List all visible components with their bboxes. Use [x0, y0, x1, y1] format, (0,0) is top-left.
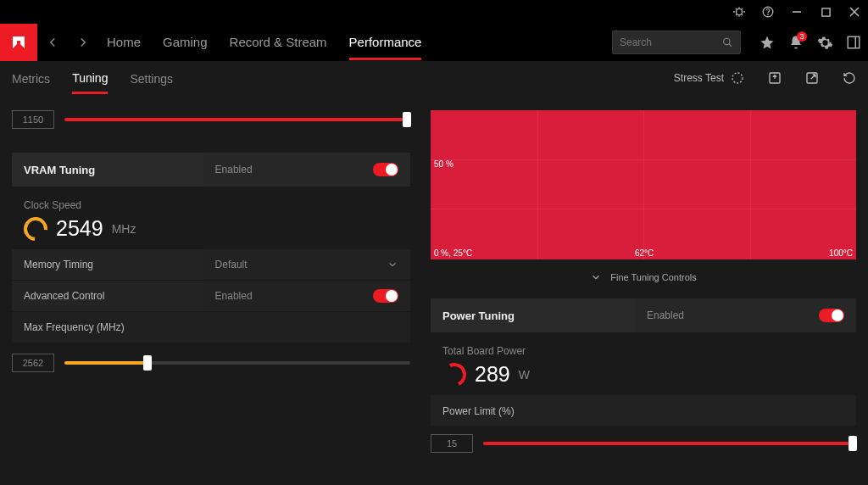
search-icon	[722, 36, 733, 48]
top-slider[interactable]: 1150	[12, 110, 410, 129]
dock-icon[interactable]	[839, 28, 868, 57]
forward-button[interactable]	[68, 35, 98, 50]
vram-tuning-toggle[interactable]	[373, 163, 398, 176]
vram-tuning-title: VRAM Tuning	[12, 164, 203, 176]
power-tuning-status: Enabled	[647, 309, 684, 321]
chart-x-label-1: 62°C	[635, 248, 654, 258]
max-freq-label: Max Frequency (MHz)	[12, 321, 203, 333]
search-input[interactable]	[620, 36, 722, 48]
settings-icon[interactable]	[810, 28, 839, 57]
svg-point-10	[768, 14, 769, 15]
content: 1150 VRAM Tuning Enabled Clock Speed 254…	[0, 95, 868, 485]
top-slider-value[interactable]: 1150	[12, 110, 54, 129]
tbp-label: Total Board Power	[442, 345, 844, 357]
power-limit-slider[interactable]: 15	[431, 434, 856, 453]
left-column: 1150 VRAM Tuning Enabled Clock Speed 254…	[12, 110, 410, 485]
memory-timing-value: Default	[215, 259, 248, 270]
notifications-icon[interactable]: 3	[782, 28, 810, 57]
clock-speed-unit: MHz	[112, 222, 136, 236]
power-tuning-header: Power Tuning Enabled	[431, 298, 856, 332]
favorite-icon[interactable]	[753, 28, 782, 57]
max-freq-row: Max Frequency (MHz)	[12, 312, 410, 343]
tab-performance[interactable]: Performance	[349, 25, 422, 60]
stress-test-button[interactable]: Stress Test	[674, 71, 744, 85]
svg-line-5	[736, 8, 737, 10]
chart-x-label-2: 100°C	[829, 248, 853, 258]
tab-record-stream[interactable]: Record & Stream	[230, 25, 327, 60]
gauge-icon	[19, 212, 52, 245]
search-box[interactable]	[612, 31, 741, 54]
maximize-icon[interactable]	[819, 5, 832, 19]
advanced-control-status: Enabled	[215, 290, 253, 302]
chart-x-label-0: 0 %, 25°C	[434, 248, 472, 258]
svg-line-16	[729, 44, 732, 47]
fine-tuning-controls[interactable]: Fine Tuning Controls	[431, 265, 856, 298]
power-limit-label: Power Limit (%)	[431, 395, 856, 426]
chevron-down-icon	[590, 271, 602, 283]
vram-tuning-header: VRAM Tuning Enabled	[12, 153, 410, 187]
tbp-metric: Total Board Power 289 W	[431, 333, 856, 395]
tbp-unit: W	[519, 368, 530, 382]
svg-point-15	[724, 38, 730, 44]
amd-logo[interactable]	[0, 24, 37, 61]
fine-tuning-label: Fine Tuning Controls	[610, 272, 697, 282]
power-tuning-title: Power Tuning	[431, 309, 635, 322]
memory-timing-label: Memory Timing	[12, 259, 203, 270]
clock-speed-label: Clock Speed	[24, 199, 398, 211]
chevron-down-icon	[387, 259, 398, 270]
notif-badge: 3	[797, 31, 807, 42]
minimize-icon[interactable]	[790, 5, 804, 19]
svg-line-8	[741, 14, 743, 15]
advanced-control-toggle[interactable]	[373, 289, 398, 303]
fan-curve-chart[interactable]: 50 % 0 %, 25°C 62°C 100°C	[431, 110, 856, 259]
max-freq-slider[interactable]: 2562	[12, 354, 410, 372]
stress-test-label: Stress Test	[674, 72, 724, 84]
export-icon[interactable]	[805, 71, 819, 85]
help-icon[interactable]	[761, 5, 775, 19]
save-profile-icon[interactable]	[768, 71, 782, 85]
window-titlebar	[0, 0, 868, 24]
topbar: Home Gaming Record & Stream Performance …	[0, 24, 868, 61]
chart-y-label: 50 %	[434, 159, 453, 169]
advanced-control-row: Advanced Control Enabled	[12, 281, 410, 311]
memory-timing-row[interactable]: Memory Timing Default	[12, 249, 410, 280]
advanced-control-label: Advanced Control	[12, 290, 203, 302]
tab-home[interactable]: Home	[107, 25, 141, 60]
svg-line-6	[741, 8, 743, 10]
svg-line-7	[736, 14, 737, 15]
vram-tuning-status: Enabled	[215, 164, 253, 176]
back-button[interactable]	[37, 35, 68, 50]
sub-nav: Metrics Tuning Settings Stress Test	[0, 61, 868, 95]
main-nav: Home Gaming Record & Stream Performance	[107, 25, 421, 60]
svg-rect-17	[848, 36, 860, 48]
subtab-metrics[interactable]: Metrics	[12, 64, 50, 92]
tbp-value: 289	[475, 362, 510, 387]
debug-icon[interactable]	[732, 5, 746, 19]
clock-speed-value: 2549	[56, 216, 103, 241]
svg-rect-12	[821, 8, 829, 15]
reset-icon[interactable]	[843, 71, 856, 85]
tab-gaming[interactable]: Gaming	[163, 25, 208, 60]
right-column: 50 % 0 %, 25°C 62°C 100°C Fine Tuning Co…	[431, 110, 856, 485]
power-tuning-toggle[interactable]	[819, 309, 844, 322]
gauge-icon	[439, 360, 470, 390]
close-icon[interactable]	[848, 5, 861, 19]
max-freq-value[interactable]: 2562	[12, 354, 54, 372]
subtab-tuning[interactable]: Tuning	[72, 63, 108, 94]
svg-point-19	[732, 73, 743, 83]
subtab-settings[interactable]: Settings	[130, 64, 173, 92]
power-limit-value[interactable]: 15	[431, 434, 473, 453]
clock-speed-metric: Clock Speed 2549 MHz	[12, 187, 410, 249]
gauge-icon	[731, 71, 744, 85]
